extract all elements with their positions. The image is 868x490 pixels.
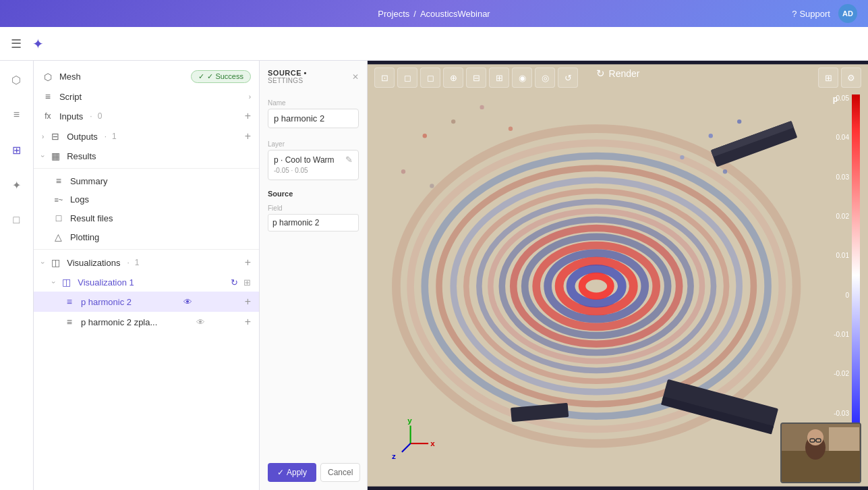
- svg-text:z: z: [392, 452, 396, 460]
- apply-button[interactable]: ✓ Apply: [268, 463, 316, 482]
- logs-icon: ≡~: [53, 196, 65, 204]
- apply-cancel-row: ✓ Apply Cancel: [268, 454, 359, 482]
- script-icon: ≡: [42, 91, 54, 102]
- viz1-chevron: ›: [50, 281, 57, 283]
- add-layer1-button[interactable]: +: [245, 296, 251, 308]
- viewport-btn-eye[interactable]: ◉: [512, 67, 532, 88]
- breadcrumb-project[interactable]: AcousticsWebinar: [420, 9, 490, 19]
- layer-value[interactable]: p · Cool to Warm -0.05 · 0.05 ✎: [268, 150, 359, 180]
- svg-point-21: [401, 169, 405, 173]
- tree-item-visualization1[interactable]: › ◫ Visualization 1 ↻ ⊞: [34, 273, 259, 292]
- inputs-count: 0: [98, 111, 103, 121]
- tree-panel: ⬡ Mesh ✓ ✓ Success ≡ Script › fx Inputs …: [34, 61, 259, 490]
- layer-section: Layer p · Cool to Warm -0.05 · 0.05 ✎: [268, 134, 359, 180]
- svg-point-26: [680, 155, 684, 159]
- viewport-btn-settings[interactable]: ⚙: [841, 67, 861, 88]
- viewport-btn-grid[interactable]: ⊟: [466, 67, 486, 88]
- viewport-btn-rotate[interactable]: ↺: [558, 67, 578, 88]
- breadcrumb-separator: /: [413, 9, 416, 19]
- viewport-btn-grid2[interactable]: ⊞: [489, 67, 509, 88]
- sidebar-icon-mesh[interactable]: ⬡: [5, 69, 27, 90]
- video-thumbnail: [780, 423, 861, 483]
- scale-labels: 0.05 0.04 0.03 0.02 0.01 0 -0.01 -0.02 -…: [834, 94, 849, 456]
- source-panel-header: SOURCE • SETTINGS ✕: [268, 69, 359, 84]
- visualizations-icon: ◫: [49, 257, 61, 268]
- viewport-btn-grid-top[interactable]: ⊞: [818, 67, 838, 88]
- tree-item-outputs[interactable]: › ⊟ Outputs · 1 +: [34, 126, 259, 146]
- viewport-btn-box2[interactable]: ◻: [420, 67, 440, 88]
- close-panel-icon[interactable]: ✕: [352, 72, 359, 82]
- tree-item-result-files[interactable]: □ Result files: [34, 209, 259, 227]
- avatar[interactable]: AD: [838, 4, 857, 23]
- plotting-icon: △: [53, 232, 65, 242]
- svg-point-43: [807, 429, 823, 445]
- render-icon: ↻: [596, 67, 605, 80]
- sidebar-icon-inputs[interactable]: ⊞: [5, 139, 27, 161]
- refresh-icon[interactable]: ↻: [231, 277, 238, 288]
- viz1-icon: ◫: [60, 277, 72, 288]
- viewport-btn-camera[interactable]: ⊡: [374, 67, 395, 88]
- add-output-button[interactable]: +: [245, 130, 251, 142]
- source-settings-panel: SOURCE • SETTINGS ✕ Name p harmonic 2 La…: [260, 61, 368, 490]
- results-chevron: ›: [39, 155, 47, 157]
- tree-item-logs[interactable]: ≡~ Logs: [34, 190, 259, 209]
- edit-layer-icon[interactable]: ✎: [345, 155, 353, 165]
- summary-icon: ≡: [53, 175, 65, 186]
- main-layout: ⬡ ≡ ⊞ ✦ □ ⬡ Mesh ✓ ✓ Success ≡ Script ›: [0, 61, 868, 490]
- eye-icon-layer2[interactable]: 👁: [196, 317, 205, 327]
- svg-point-20: [509, 127, 513, 131]
- icon-sidebar: ⬡ ≡ ⊞ ✦ □: [0, 61, 34, 490]
- svg-text:x: x: [430, 439, 435, 447]
- sidebar-icon-script[interactable]: ≡: [5, 104, 27, 126]
- script-chevron: ›: [249, 93, 251, 101]
- field-value[interactable]: p harmonic 2: [268, 214, 359, 232]
- support-button[interactable]: ? Support: [792, 9, 830, 19]
- tree-item-layer1[interactable]: ≡ p harmonic 2 👁 +: [34, 292, 259, 312]
- tree-item-results[interactable]: › ▦ Results: [34, 146, 259, 165]
- add-input-button[interactable]: +: [245, 110, 251, 122]
- svg-point-22: [430, 184, 434, 188]
- question-icon: ?: [792, 9, 797, 19]
- tree-item-layer2[interactable]: ≡ p harmonic 2 zpla... 👁 +: [34, 312, 259, 332]
- divider-1: [34, 168, 259, 169]
- top-bar-right: ? Support AD: [792, 4, 857, 23]
- svg-rect-41: [829, 427, 859, 451]
- tree-item-summary[interactable]: ≡ Summary: [34, 171, 259, 190]
- top-bar: Projects / AcousticsWebinar ? Support AD: [0, 0, 868, 27]
- breadcrumb-projects[interactable]: Projects: [378, 9, 409, 19]
- success-badge: ✓ ✓ Success: [191, 70, 251, 83]
- inputs-icon: fx: [42, 111, 54, 121]
- viewport-btn-box1[interactable]: ◻: [397, 67, 417, 88]
- add-visualization-button[interactable]: +: [245, 256, 251, 269]
- svg-text:y: y: [407, 416, 412, 425]
- sidebar-icon-outputs[interactable]: ✦: [5, 174, 27, 196]
- name-value[interactable]: p harmonic 2: [268, 109, 359, 128]
- tree-item-mesh[interactable]: ⬡ Mesh ✓ ✓ Success: [34, 66, 259, 87]
- layer2-icon: ≡: [63, 317, 76, 327]
- tree-item-visualizations[interactable]: › ◫ Visualizations · 1 +: [34, 252, 259, 273]
- menu-icon[interactable]: ☰: [11, 36, 22, 51]
- tree-item-inputs[interactable]: fx Inputs · 0 +: [34, 106, 259, 126]
- viewport-btn-eye2[interactable]: ◎: [535, 67, 555, 88]
- svg-point-19: [480, 105, 484, 109]
- svg-point-24: [737, 119, 741, 124]
- visualizations-count: 1: [135, 258, 140, 267]
- viewport-top-right: ⊞ ⚙: [818, 67, 861, 88]
- viewport-btn-move[interactable]: ⊕: [443, 67, 463, 88]
- header-row: ☰ ✦: [0, 27, 868, 61]
- render-label: ↻ Render: [596, 67, 640, 80]
- outputs-count: 1: [112, 132, 117, 141]
- filter-icon[interactable]: ⊞: [243, 277, 251, 288]
- add-layer2-button[interactable]: +: [245, 316, 251, 328]
- eye-icon-layer1[interactable]: 👁: [183, 297, 192, 307]
- tree-item-plotting[interactable]: △ Plotting: [34, 227, 259, 246]
- breadcrumb: Projects / AcousticsWebinar: [378, 9, 490, 19]
- cancel-button[interactable]: Cancel: [320, 463, 360, 482]
- checkmark-icon: ✓: [277, 468, 284, 477]
- tree-item-script[interactable]: ≡ Script ›: [34, 87, 259, 106]
- svg-point-27: [723, 169, 727, 173]
- name-field: Name p harmonic 2: [268, 92, 359, 128]
- viewport-toolbar: ⊡ ◻ ◻ ⊕ ⊟ ⊞ ◉ ◎ ↺: [374, 67, 578, 88]
- sidebar-icon-results[interactable]: □: [5, 209, 27, 231]
- left-sidebar: ⬡ ≡ ⊞ ✦ □ ⬡ Mesh ✓ ✓ Success ≡ Script ›: [0, 61, 260, 490]
